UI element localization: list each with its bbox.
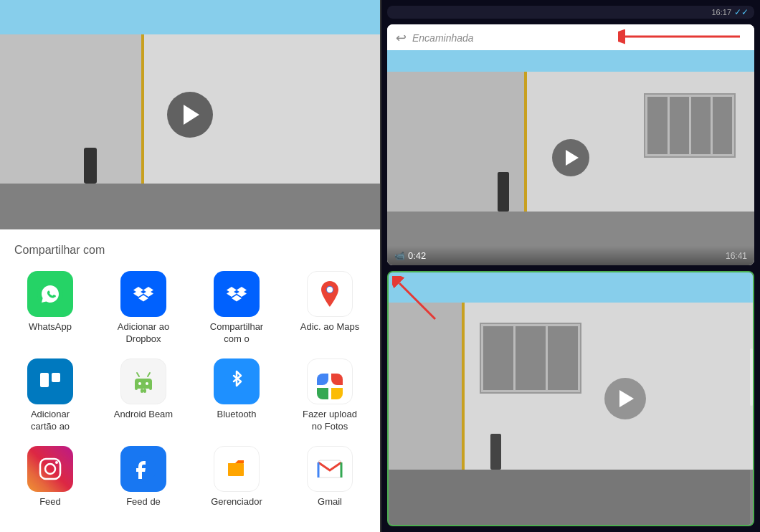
camera-icon: 📹 <box>394 251 405 261</box>
android-icon <box>120 358 166 404</box>
svg-rect-10 <box>141 389 143 393</box>
android-beam-label: Android Beam <box>114 409 173 421</box>
facebook-label: Feed de <box>126 496 161 508</box>
svg-rect-11 <box>143 389 146 393</box>
top-time: 16:17 <box>711 8 731 16</box>
video-time: 16:41 <box>726 251 747 261</box>
svg-line-24 <box>399 283 435 319</box>
svg-point-2 <box>327 287 333 293</box>
bottom-video-bubble[interactable] <box>387 271 754 526</box>
app-trello[interactable]: Adicionarcartão ao <box>7 358 93 433</box>
app-android-beam[interactable]: Android Beam <box>100 358 186 433</box>
play-tri-bottom <box>619 390 634 407</box>
scroll-track <box>750 272 753 525</box>
trello-icon <box>27 358 73 404</box>
bluetooth-label: Bluetooth <box>217 409 257 421</box>
play-triangle-left <box>184 105 199 125</box>
svg-point-6 <box>138 382 141 385</box>
pinwheel <box>317 374 343 399</box>
top-message-strip: 16:17 ✓✓ <box>387 6 754 19</box>
red-arrow-bottom <box>392 276 450 326</box>
svg-marker-19 <box>235 460 244 463</box>
app-dropbox-share[interactable]: Compartilharcom o <box>194 271 280 346</box>
svg-rect-9 <box>149 384 152 390</box>
right-panel: 16:17 ✓✓ ↪ Encaminhada <box>381 0 760 532</box>
instagram-label: Feed <box>39 496 61 508</box>
video-footer-fwd: 📹 0:42 16:41 <box>387 246 754 265</box>
svg-rect-3 <box>40 373 49 387</box>
forward-icon: ↪ <box>396 30 407 46</box>
svg-point-14 <box>45 464 55 474</box>
svg-rect-4 <box>52 373 60 382</box>
petal-blue <box>317 374 328 385</box>
forwarded-text: Encaminhada <box>412 32 474 44</box>
app-facebook[interactable]: Feed de <box>100 446 186 508</box>
whatsapp-label: WhatsApp <box>29 321 72 333</box>
video-preview-left[interactable] <box>0 0 380 229</box>
apps-grid: WhatsApp Adicionar aoDropbox <box>7 271 373 508</box>
petal-green <box>317 388 328 399</box>
maps-icon <box>307 271 353 317</box>
play-button-left[interactable] <box>167 92 213 138</box>
svg-point-7 <box>146 382 148 385</box>
svg-rect-20 <box>318 460 341 478</box>
app-dropbox-add[interactable]: Adicionar aoDropbox <box>100 271 186 346</box>
whatsapp-icon <box>27 271 73 317</box>
left-panel: Compartilhar com WhatsApp <box>0 0 380 532</box>
red-arrow-fwd <box>618 26 747 47</box>
app-bluetooth[interactable]: Bluetooth <box>194 358 280 433</box>
app-instagram[interactable]: Feed <box>7 446 93 508</box>
svg-point-15 <box>55 461 58 464</box>
gmail-icon <box>307 446 353 492</box>
petal-red <box>331 374 343 385</box>
app-files[interactable]: Gerenciador <box>194 446 280 508</box>
petal-yellow <box>331 388 343 399</box>
dropbox-add-label: Adicionar aoDropbox <box>118 321 169 346</box>
play-button-fwd[interactable] <box>552 139 589 176</box>
bluetooth-icon <box>214 358 260 404</box>
app-whatsapp[interactable]: WhatsApp <box>7 271 93 346</box>
dropbox-share-label: Compartilharcom o <box>210 321 263 346</box>
svg-rect-18 <box>228 463 244 476</box>
files-label: Gerenciador <box>211 496 262 508</box>
read-checkmarks: ✓✓ <box>734 7 749 17</box>
dropbox-share-icon <box>214 271 260 317</box>
share-title: Compartilhar com <box>7 244 373 257</box>
facebook-icon <box>120 446 166 492</box>
app-maps[interactable]: Adic. ao Maps <box>287 271 373 346</box>
video-thumbnail-forwarded[interactable]: 📹 0:42 16:41 <box>387 50 754 265</box>
svg-rect-8 <box>135 384 138 390</box>
dropbox-add-icon <box>120 271 166 317</box>
app-gmail[interactable]: Gmail <box>287 446 373 508</box>
maps-label: Adic. ao Maps <box>300 321 359 333</box>
photos-icon <box>307 358 353 404</box>
gmail-label: Gmail <box>318 496 342 508</box>
forwarded-bubble: ↪ Encaminhada <box>387 24 754 265</box>
instagram-icon <box>27 446 73 492</box>
play-button-bottom[interactable] <box>604 378 646 419</box>
play-tri-fwd <box>566 150 579 166</box>
photos-label: Fazer uploadno Fotos <box>303 409 357 433</box>
app-photos[interactable]: Fazer uploadno Fotos <box>287 358 373 433</box>
trello-label: Adicionarcartão ao <box>31 409 70 433</box>
scroll-thumb <box>750 348 753 406</box>
share-sheet: Compartilhar com WhatsApp <box>0 229 380 532</box>
video-duration: 📹 0:42 <box>394 250 426 261</box>
files-icon <box>214 446 260 492</box>
